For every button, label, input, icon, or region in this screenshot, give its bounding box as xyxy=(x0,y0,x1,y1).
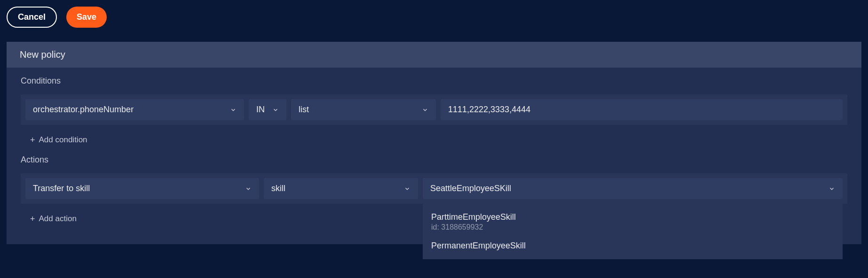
add-condition-label: Add condition xyxy=(39,135,87,145)
action-row: Transfer to skill skill SeattleEmployeeS… xyxy=(21,173,847,204)
action-param-select[interactable]: skill xyxy=(264,178,418,199)
add-action-label: Add action xyxy=(39,214,77,224)
chevron-down-icon xyxy=(230,107,237,113)
chevron-down-icon xyxy=(829,185,835,192)
chevron-down-icon xyxy=(245,185,252,192)
chevron-down-icon xyxy=(272,107,279,113)
condition-type-select[interactable]: list xyxy=(291,99,436,120)
dropdown-item[interactable]: PermanentEmployeeSkill xyxy=(423,236,843,255)
dropdown-item-name: PermanentEmployeeSkill xyxy=(431,241,834,251)
plus-icon: + xyxy=(30,136,35,144)
add-condition-button[interactable]: + Add condition xyxy=(21,133,847,147)
panel-title: New policy xyxy=(7,42,861,68)
action-param-value: skill xyxy=(271,184,285,193)
condition-operator-select[interactable]: IN xyxy=(249,99,286,120)
action-type-select[interactable]: Transfer to skill xyxy=(25,178,259,199)
top-bar: Cancel Save xyxy=(7,7,861,28)
skill-dropdown: ParttimeEmployeeSkill id: 3188659932 Per… xyxy=(423,204,843,259)
cancel-button[interactable]: Cancel xyxy=(7,7,57,28)
condition-type-value: list xyxy=(299,105,309,115)
dropdown-item[interactable]: ParttimeEmployeeSkill id: 3188659932 xyxy=(423,208,843,236)
dropdown-item-name: ParttimeEmployeeSkill xyxy=(431,212,834,222)
condition-operator-value: IN xyxy=(256,105,265,115)
save-button[interactable]: Save xyxy=(66,7,107,28)
chevron-down-icon xyxy=(404,185,410,192)
action-value-text: SeattleEmployeeSKill xyxy=(430,184,511,193)
actions-section: Actions Transfer to skill skill SeattleE… xyxy=(7,147,861,225)
condition-value-input[interactable] xyxy=(441,99,843,120)
dropdown-item-id: id: 3188659932 xyxy=(431,223,834,232)
conditions-section: Conditions orchestrator.phoneNumber IN l… xyxy=(7,68,861,147)
condition-attribute-value: orchestrator.phoneNumber xyxy=(33,105,134,115)
condition-row: orchestrator.phoneNumber IN list xyxy=(21,94,847,125)
condition-attribute-select[interactable]: orchestrator.phoneNumber xyxy=(25,99,244,120)
action-value-select[interactable]: SeattleEmployeeSKill ParttimeEmployeeSki… xyxy=(423,178,843,199)
plus-icon: + xyxy=(30,215,35,223)
conditions-label: Conditions xyxy=(21,76,847,86)
actions-label: Actions xyxy=(21,155,847,165)
action-type-value: Transfer to skill xyxy=(33,184,90,193)
policy-panel: New policy Conditions orchestrator.phone… xyxy=(7,42,861,244)
chevron-down-icon xyxy=(422,107,428,113)
